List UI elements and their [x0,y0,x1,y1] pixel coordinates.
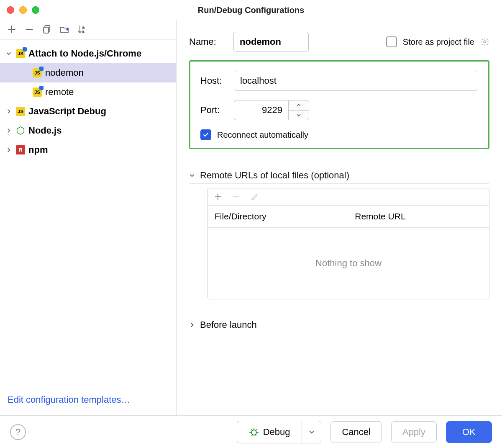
port-step-down[interactable] [289,111,309,120]
debug-dropdown-caret[interactable] [302,421,321,443]
cancel-button[interactable]: Cancel [330,421,382,443]
new-folder-icon[interactable] [59,24,69,34]
tree-node-label: Node.js [28,125,61,136]
name-label: Name: [189,36,223,47]
store-as-file-label: Store as project file [403,37,474,47]
port-row: Port: [200,100,478,120]
remove-config-icon[interactable] [24,24,34,34]
reconnect-row: Reconnect automatically [200,129,478,140]
remote-urls-toolbar [208,188,489,206]
tree-node-remote[interactable]: JS remote [0,82,176,102]
host-row: Host: [200,71,478,91]
store-as-file-checkbox[interactable] [386,36,397,47]
tree-node-jsdebug[interactable]: JS JavaScript Debug [0,102,176,121]
port-spinner [234,100,309,120]
debug-split-button: Debug [237,421,322,443]
nodejs-icon [16,126,25,135]
sidebar-footer: Edit configuration templates… [0,394,176,415]
add-config-icon[interactable] [7,24,17,34]
js-attach-icon: JS [33,88,42,97]
svg-text:a: a [82,26,85,29]
chevron-right-icon[interactable] [5,146,13,154]
tree-node-label: Attach to Node.js/Chrome [28,48,141,59]
name-input[interactable] [233,32,309,52]
chevron-down-icon[interactable] [189,170,195,181]
before-launch-title: Before launch [200,319,257,330]
host-label: Host: [200,75,225,86]
window-minimize-button[interactable] [19,6,27,14]
help-icon[interactable]: ? [10,424,26,440]
dialog-button-bar: ? Debug Cancel Apply OK [0,415,502,448]
remote-urls-columns: File/Directory Remote URL [208,206,489,228]
host-input[interactable] [234,71,478,91]
svg-point-5 [484,41,486,43]
remove-mapping-icon[interactable] [232,193,241,201]
port-step-up[interactable] [289,100,309,111]
tree-node-label: nodemon [45,67,84,78]
connection-settings-box: Host: Port: Reconnect automatically [189,60,489,149]
svg-rect-1 [44,27,49,33]
tree-node-attach[interactable]: JS Attach to Node.js/Chrome [0,44,176,63]
remote-urls-header[interactable]: Remote URLs of local files (optional) [189,170,489,184]
before-launch-header[interactable]: Before launch [189,319,489,333]
name-row: Name: Store as project file [189,32,489,52]
port-label: Port: [200,105,225,116]
window-zoom-button[interactable] [32,6,39,14]
debug-button-label: Debug [263,427,290,438]
window-close-button[interactable] [7,6,14,14]
add-mapping-icon[interactable] [214,193,222,201]
debug-button[interactable]: Debug [237,421,302,443]
edit-templates-link[interactable]: Edit configuration templates… [8,394,131,405]
chevron-right-icon[interactable] [189,319,195,330]
traffic-lights [7,6,39,14]
chevron-down-icon[interactable] [5,50,13,57]
dialog-body: az JS Attach to Node.js/Chrome JS nodemo… [0,20,502,415]
left-pane: az JS Attach to Node.js/Chrome JS nodemo… [0,20,177,415]
js-attach-icon: JS [16,49,25,58]
config-tree[interactable]: JS Attach to Node.js/Chrome JS nodemon J… [0,40,176,394]
column-remote-url: Remote URL [355,211,482,221]
apply-button[interactable]: Apply [391,421,437,443]
gear-icon[interactable] [480,37,489,46]
column-file: File/Directory [215,211,355,221]
ok-button[interactable]: OK [446,421,492,443]
js-icon: JS [16,107,25,116]
reconnect-checkbox[interactable] [200,129,211,140]
tree-node-npm[interactable]: npm [0,140,176,160]
remote-urls-title: Remote URLs of local files (optional) [200,170,349,181]
store-as-file-row: Store as project file [386,36,489,47]
js-attach-icon: JS [33,68,42,77]
port-input[interactable] [234,100,288,120]
svg-text:z: z [82,30,84,33]
remote-urls-empty: Nothing to show [208,228,489,299]
chevron-right-icon[interactable] [5,127,13,134]
copy-config-icon[interactable] [42,24,52,34]
edit-mapping-icon[interactable] [251,193,259,201]
config-toolbar: az [0,23,176,40]
tree-node-nodemon[interactable]: JS nodemon [0,63,176,82]
tree-node-label: JavaScript Debug [28,106,106,117]
chevron-right-icon[interactable] [5,108,13,115]
npm-icon [16,145,25,154]
tree-node-label: npm [28,144,48,155]
sort-icon[interactable]: az [77,24,87,34]
right-pane: Name: Store as project file Host: Port: [177,20,502,415]
titlebar: Run/Debug Configurations [0,0,502,20]
reconnect-label: Reconnect automatically [217,130,308,140]
tree-node-label: remote [45,87,74,98]
tree-node-nodejs[interactable]: Node.js [0,121,176,140]
window-title: Run/Debug Configurations [0,5,502,15]
remote-urls-table: File/Directory Remote URL Nothing to sho… [207,188,489,299]
